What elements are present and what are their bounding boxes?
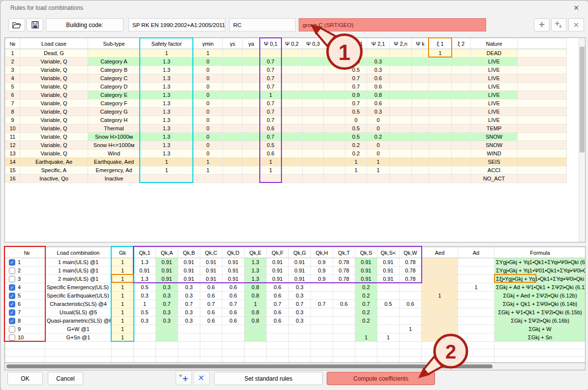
grid-cell[interactable] xyxy=(311,325,333,333)
ok-button[interactable]: OK xyxy=(7,372,43,385)
grid-cell[interactable] xyxy=(223,166,243,175)
grid-cell[interactable] xyxy=(377,283,400,292)
grid-cell[interactable] xyxy=(452,124,471,133)
grid-cell[interactable]: 0.3 xyxy=(156,308,178,317)
grid-cell[interactable] xyxy=(223,141,243,150)
grid-cell[interactable] xyxy=(422,325,458,333)
grid-cell[interactable]: 0.91 xyxy=(267,258,289,267)
grid-cell[interactable]: 0.91 xyxy=(134,267,156,275)
grid-cell[interactable]: 1.3 xyxy=(134,275,156,283)
grid-cell[interactable] xyxy=(281,116,303,124)
grid-cell[interactable] xyxy=(390,124,412,133)
grid-cell[interactable]: 0.3 xyxy=(134,317,156,325)
grid-cell[interactable] xyxy=(223,83,243,91)
grid-cell[interactable]: 1 xyxy=(458,283,495,292)
grid-cell[interactable]: 1 xyxy=(140,49,193,58)
grid-cell[interactable]: Inactive, Qo xyxy=(20,175,88,183)
grid-cell[interactable]: 0.3 xyxy=(178,292,200,300)
grid-cell[interactable]: Variable, Q xyxy=(20,108,88,116)
grid-cell[interactable] xyxy=(333,283,355,292)
grid-cell[interactable]: 0.7 xyxy=(260,133,281,141)
grid-cell[interactable] xyxy=(333,292,355,300)
grid-cell[interactable]: 0 xyxy=(367,141,390,150)
row-enabled-checkbox[interactable]: ✓ xyxy=(9,309,15,316)
grid-cell[interactable]: 1.3 xyxy=(140,133,193,141)
grid-cell[interactable]: 1 xyxy=(112,267,134,275)
grid-cell[interactable] xyxy=(422,258,458,267)
grid-cell[interactable] xyxy=(243,141,260,150)
grid-cell[interactable]: G+W @1 xyxy=(45,325,112,333)
grid-cell[interactable]: 1 main(ULS) @1 xyxy=(45,258,112,267)
grid-cell[interactable] xyxy=(412,150,429,158)
grid-cell[interactable] xyxy=(412,124,429,133)
grid-cell[interactable]: 0.7 xyxy=(260,74,281,83)
grid-cell[interactable] xyxy=(311,292,333,300)
grid-cell[interactable]: Variable, Q xyxy=(20,141,88,150)
grid-cell[interactable] xyxy=(429,158,452,166)
grid-cell[interactable] xyxy=(303,150,324,158)
grid-cell[interactable] xyxy=(345,175,367,183)
grid-cell[interactable] xyxy=(222,325,245,333)
grid-cell[interactable]: 0.6 xyxy=(267,308,289,317)
grid-cell[interactable] xyxy=(390,175,412,183)
grid-cell[interactable]: 1 main(ULS) @1 xyxy=(45,267,112,275)
grid-cell[interactable] xyxy=(333,308,355,317)
grid-cell[interactable] xyxy=(412,74,429,83)
grid-cell[interactable]: 1 xyxy=(112,325,134,333)
grid-cell[interactable] xyxy=(452,66,471,74)
grid-cell[interactable] xyxy=(333,325,355,333)
grid-cell[interactable]: 12 xyxy=(5,141,20,150)
grid-cell[interactable] xyxy=(367,175,390,183)
grid-cell[interactable] xyxy=(452,83,471,91)
grid-cell[interactable] xyxy=(303,116,324,124)
grid-cell[interactable] xyxy=(458,267,495,275)
grid-cell[interactable] xyxy=(390,49,412,58)
row-enabled-checkbox[interactable]: ✓ xyxy=(9,259,15,266)
grid-cell[interactable]: 0.2 xyxy=(345,141,367,150)
formula-cell[interactable]: ΣGkj + Aed + ΣΨ2i•Qki (6.12b) xyxy=(495,292,586,300)
grid-cell[interactable] xyxy=(452,91,471,99)
grid-cell[interactable]: 0.6 xyxy=(267,283,289,292)
grid-cell[interactable]: SNOW xyxy=(471,141,518,150)
grid-cell[interactable]: 0.9 xyxy=(311,267,333,275)
grid-cell[interactable] xyxy=(281,150,303,158)
grid-cell[interactable]: 1.3 xyxy=(140,124,193,133)
grid-cell[interactable]: 1 xyxy=(112,258,134,267)
grid-cell[interactable]: 0.2 xyxy=(355,317,377,325)
grid-cell[interactable]: 3 xyxy=(5,66,20,74)
grid-cell[interactable]: 1.3 xyxy=(140,99,193,108)
grid-cell[interactable]: 0.3 xyxy=(367,108,390,116)
grid-cell[interactable] xyxy=(303,49,324,58)
grid-cell[interactable]: 0.9 xyxy=(311,258,333,267)
grid-cell[interactable] xyxy=(377,292,400,300)
grid-cell[interactable]: 1 xyxy=(112,283,134,292)
grid-cell[interactable] xyxy=(390,83,412,91)
grid-cell[interactable]: 0 xyxy=(193,91,223,99)
grid-cell[interactable]: 9 xyxy=(5,116,20,124)
row-enabled-checkbox[interactable] xyxy=(9,276,15,282)
grid-cell[interactable] xyxy=(267,333,289,342)
number-cell[interactable]: 9 xyxy=(5,325,45,333)
row-enabled-checkbox[interactable] xyxy=(9,268,15,274)
grid-cell[interactable] xyxy=(178,333,200,342)
row-enabled-checkbox[interactable]: ✓ xyxy=(9,301,15,307)
grid-cell[interactable] xyxy=(390,150,412,158)
grid-cell[interactable]: NO_ACT xyxy=(471,175,518,183)
grid-cell[interactable] xyxy=(303,158,324,166)
grid-cell[interactable] xyxy=(324,141,345,150)
grid-cell[interactable] xyxy=(243,166,260,175)
grid-cell[interactable]: 1 xyxy=(112,308,134,317)
grid-cell[interactable]: 2 main(ULS) @1 xyxy=(45,275,112,283)
grid-cell[interactable] xyxy=(452,150,471,158)
grid-cell[interactable]: 1 xyxy=(260,166,281,175)
grid-cell[interactable] xyxy=(429,91,452,99)
grid-cell[interactable] xyxy=(429,124,452,133)
grid-cell[interactable]: 0.91 xyxy=(156,258,178,267)
grid-cell[interactable] xyxy=(223,116,243,124)
grid-cell[interactable] xyxy=(400,283,422,292)
grid-cell[interactable] xyxy=(223,175,243,183)
grid-cell[interactable]: Variable, Q xyxy=(20,91,88,99)
grid-cell[interactable]: 0.91 xyxy=(178,258,200,267)
grid-cell[interactable] xyxy=(260,175,281,183)
grid-cell[interactable]: 0 xyxy=(193,108,223,116)
